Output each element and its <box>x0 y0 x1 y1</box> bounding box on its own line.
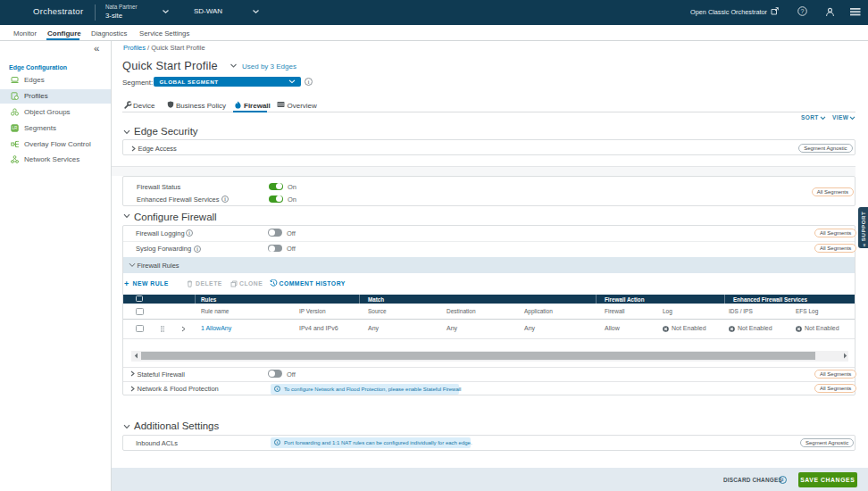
svg-text:?: ? <box>801 8 805 14</box>
svg-text:LR: LR <box>13 126 19 130</box>
